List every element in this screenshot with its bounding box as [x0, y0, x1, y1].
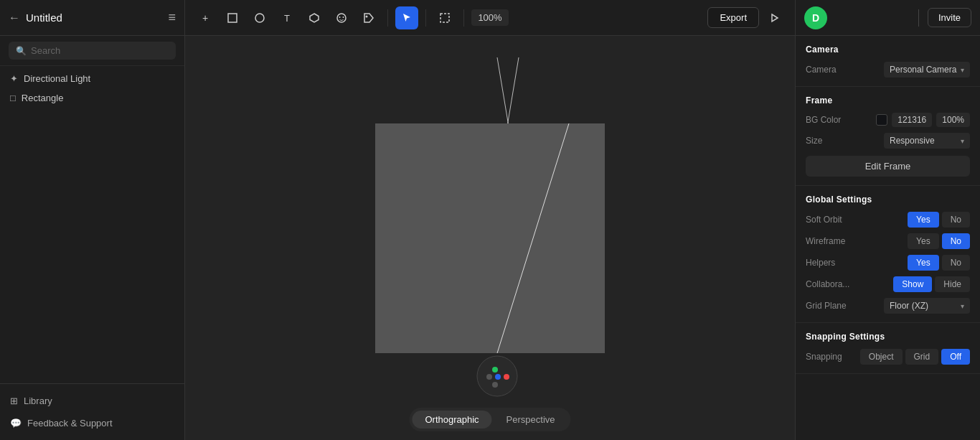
snapping-row: Snapping Object Grid Off	[806, 349, 970, 365]
library-button[interactable]: ⊞ Library	[0, 390, 184, 412]
bg-color-label: BG Color	[806, 115, 849, 125]
rect-tool[interactable]	[221, 6, 244, 29]
layer-item-directional-light[interactable]: ✦ Directional Light	[0, 69, 184, 88]
soft-orbit-toggle: Yes No	[908, 212, 970, 228]
svg-point-15	[486, 374, 492, 380]
size-label: Size	[806, 136, 849, 146]
zoom-level[interactable]: 100%	[471, 9, 509, 26]
svg-rect-0	[228, 14, 237, 22]
wireframe-yes-button[interactable]: Yes	[908, 233, 939, 249]
snapping-off-button[interactable]: Off	[941, 349, 970, 365]
canvas-content-svg	[375, 123, 605, 353]
snapping-toggle: Object Grid Off	[860, 349, 970, 365]
emoji-tool[interactable]	[330, 6, 353, 29]
size-row: Size Responsive ▾	[806, 133, 970, 149]
collaboration-hide-button[interactable]: Hide	[935, 276, 970, 292]
wireframe-row: Wireframe Yes No	[806, 233, 970, 249]
collaboration-toggle: Show Hide	[893, 276, 970, 292]
export-button[interactable]: Export	[707, 7, 759, 28]
grid-plane-dropdown[interactable]: Floor (XZ) ▾	[884, 298, 970, 314]
svg-point-18	[492, 382, 498, 388]
edit-frame-button[interactable]: Edit Frame	[806, 156, 970, 177]
add-button[interactable]: +	[194, 6, 217, 29]
shape-tool[interactable]	[303, 6, 326, 29]
circle-tool[interactable]	[248, 6, 271, 29]
color-hex-value[interactable]: 121316	[892, 113, 932, 127]
svg-point-17	[504, 374, 509, 380]
cursor-tool[interactable]	[395, 6, 418, 29]
global-settings-section: Global Settings Soft Orbit Yes No Wirefr…	[796, 186, 980, 323]
sidebar-header: ← Untitled ≡	[0, 0, 184, 36]
svg-point-1	[255, 14, 264, 22]
camera-value: Personal Camera	[890, 65, 956, 75]
color-group: 121316 100%	[876, 113, 970, 127]
perspective-button[interactable]: Perspective	[494, 411, 568, 429]
snapping-label: Snapping	[806, 352, 849, 362]
project-title: Untitled	[26, 11, 62, 24]
svg-marker-9	[772, 14, 778, 22]
color-opacity-value[interactable]: 100%	[936, 113, 970, 127]
camera-dropdown[interactable]: Personal Camera ▾	[884, 62, 970, 78]
right-panel: D Invite Camera Camera Personal Camera ▾…	[795, 0, 980, 440]
text-tool[interactable]: T	[275, 6, 298, 29]
search-input[interactable]	[31, 45, 169, 56]
soft-orbit-no-button[interactable]: No	[942, 212, 970, 228]
grid-plane-value: Floor (XZ)	[890, 301, 928, 311]
chevron-down-icon: ▾	[961, 66, 964, 74]
back-button[interactable]: ←	[9, 11, 20, 24]
collaboration-show-button[interactable]: Show	[893, 276, 932, 292]
soft-orbit-yes-button[interactable]: Yes	[908, 212, 939, 228]
global-settings-title: Global Settings	[806, 195, 970, 205]
library-icon: ⊞	[10, 395, 18, 406]
sidebar-footer: ⊞ Library 💬 Feedback & Support	[0, 383, 184, 440]
svg-point-4	[337, 14, 346, 22]
camera-row: Camera Personal Camera ▾	[806, 62, 970, 78]
svg-point-6	[343, 17, 344, 18]
invite-button[interactable]: Invite	[928, 8, 971, 27]
layer-item-rectangle[interactable]: □ Rectangle	[0, 88, 184, 108]
color-swatch[interactable]	[876, 114, 887, 126]
size-dropdown[interactable]: Responsive ▾	[884, 133, 970, 149]
feedback-label: Feedback & Support	[27, 418, 113, 429]
svg-point-5	[339, 17, 341, 18]
svg-line-12	[497, 123, 569, 353]
feedback-button[interactable]: 💬 Feedback & Support	[0, 412, 184, 434]
nav-widget[interactable]	[476, 355, 519, 401]
panel-header: D Invite	[796, 0, 980, 36]
layer-list: ✦ Directional Light □ Rectangle	[0, 66, 184, 383]
layer-label: Directional Light	[24, 73, 90, 84]
soft-orbit-row: Soft Orbit Yes No	[806, 212, 970, 228]
helpers-no-button[interactable]: No	[942, 255, 970, 271]
canvas-frame[interactable]	[375, 123, 605, 353]
svg-point-16	[495, 374, 501, 380]
helpers-yes-button[interactable]: Yes	[908, 255, 939, 271]
camera-section: Camera Camera Personal Camera ▾	[796, 36, 980, 87]
feedback-icon: 💬	[10, 418, 22, 429]
soft-orbit-label: Soft Orbit	[806, 215, 849, 225]
search-icon: 🔍	[16, 46, 27, 56]
library-label: Library	[24, 395, 52, 406]
divider-1	[387, 9, 388, 27]
orthographic-button[interactable]: Orthographic	[412, 411, 491, 429]
wireframe-toggle: Yes No	[908, 233, 970, 249]
svg-point-14	[492, 367, 498, 373]
chevron-down-icon: ▾	[961, 302, 964, 310]
frame-tool[interactable]	[433, 6, 456, 29]
grid-plane-label: Grid Plane	[806, 301, 849, 311]
play-button[interactable]	[763, 6, 786, 29]
snapping-grid-button[interactable]: Grid	[905, 349, 939, 365]
collaboration-row: Collabora... Show Hide	[806, 276, 970, 292]
tag-tool[interactable]	[357, 6, 380, 29]
menu-icon[interactable]: ≡	[168, 10, 176, 25]
snapping-object-button[interactable]: Object	[860, 349, 903, 365]
layer-label: Rectangle	[22, 93, 64, 103]
snapping-section: Snapping Settings Snapping Object Grid O…	[796, 323, 980, 374]
bg-color-row: BG Color 121316 100%	[806, 113, 970, 127]
grid-plane-row: Grid Plane Floor (XZ) ▾	[806, 298, 970, 314]
search-wrap: 🔍	[9, 42, 176, 60]
wireframe-no-button[interactable]: No	[942, 233, 970, 249]
collaboration-label: Collabora...	[806, 279, 849, 289]
canvas-area[interactable]: Orthographic Perspective	[185, 36, 795, 440]
toolbar: + T 100% Export	[185, 0, 795, 36]
svg-text:T: T	[284, 13, 290, 24]
